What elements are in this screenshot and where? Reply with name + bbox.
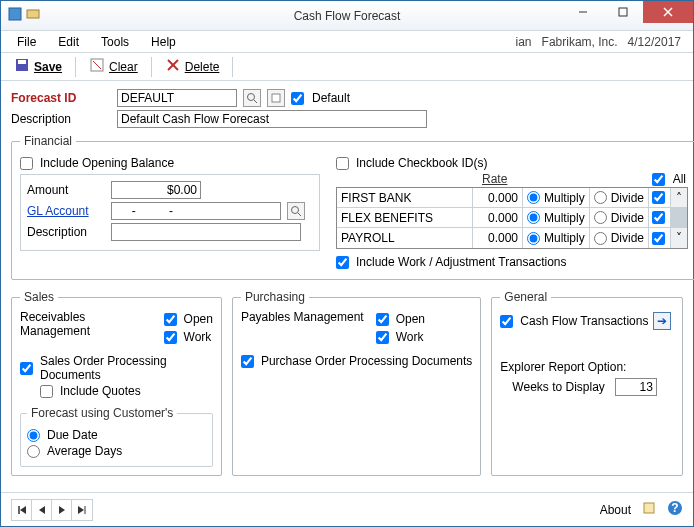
financial-legend: Financial [20,134,76,148]
pop-checkbox[interactable] [241,355,254,368]
svg-rect-0 [9,8,21,20]
include-quotes-label: Include Quotes [60,384,141,398]
divide-option[interactable]: Divide [590,208,649,227]
due-date-radio[interactable] [27,429,40,442]
forecast-using-group: Forecast using Customer's Due Date Avera… [20,406,213,467]
scroll-thumb[interactable] [671,208,687,227]
cft-expand-button[interactable]: ➔ [653,312,671,330]
record-nav [11,499,93,521]
separator [151,57,152,77]
row-include-checkbox[interactable] [652,232,665,245]
help-icon[interactable]: ? [667,500,683,519]
nav-last-button[interactable] [72,500,92,520]
svg-text:?: ? [671,501,678,515]
rate-header: Rate [470,172,520,186]
minimize-button[interactable] [563,1,603,23]
amount-input[interactable] [111,181,201,199]
lookup-button[interactable] [243,89,261,107]
rm-open-checkbox[interactable] [164,313,177,326]
menu-tools[interactable]: Tools [91,33,139,51]
statusbar: About ? [1,492,693,526]
cft-label: Cash Flow Transactions [520,314,648,328]
default-checkbox[interactable] [291,92,304,105]
close-button[interactable] [643,1,693,23]
clear-button[interactable]: Clear [80,54,147,79]
about-link[interactable]: About [600,503,631,517]
menubar: File Edit Tools Help ian Fabrikam, Inc. … [1,31,693,53]
gl-lookup-button[interactable] [287,202,305,220]
divide-option[interactable]: Divide [590,188,649,207]
all-checkbox[interactable] [652,173,665,186]
weeks-input[interactable] [615,378,657,396]
pm-open-checkbox[interactable] [376,313,389,326]
multiply-option[interactable]: Multiply [523,228,590,248]
svg-rect-23 [644,503,654,513]
all-label: All [673,172,686,186]
scroll-down-icon[interactable]: ˅ [671,228,687,248]
window: Cash Flow Forecast File Edit Tools Help … [0,0,694,527]
svg-marker-20 [59,506,65,514]
checkbook-name: FIRST BANK [337,188,473,207]
forecast-id-input[interactable] [117,89,237,107]
svg-rect-1 [27,10,39,18]
nav-first-button[interactable] [12,500,32,520]
save-button[interactable]: Save [5,54,71,79]
menu-file[interactable]: File [7,33,46,51]
svg-marker-19 [39,506,45,514]
checkbook-rate[interactable]: 0.000 [473,188,523,207]
table-row: FIRST BANK 0.000 Multiply Divide ˄ [337,188,687,208]
maximize-button[interactable] [603,1,643,23]
nav-next-button[interactable] [52,500,72,520]
include-quotes-checkbox[interactable] [40,385,53,398]
menu-edit[interactable]: Edit [48,33,89,51]
multiply-option[interactable]: Multiply [523,208,590,227]
gl-account-link[interactable]: GL Account [27,204,105,218]
description-input[interactable] [117,110,427,128]
sop-label: Sales Order Processing Documents [40,354,213,382]
gl-description-input[interactable] [111,223,301,241]
average-days-radio[interactable] [27,445,40,458]
gl-account-input[interactable] [111,202,281,220]
multiply-option[interactable]: Multiply [523,188,590,207]
nav-prev-button[interactable] [32,500,52,520]
work-adj-checkbox[interactable] [336,256,349,269]
checkbook-name: PAYROLL [337,228,473,248]
row-include-checkbox[interactable] [652,211,665,224]
titlebar: Cash Flow Forecast [1,1,693,31]
checkbook-rate[interactable]: 0.000 [473,208,523,227]
general-group: General Cash Flow Transactions ➔ Explore… [491,290,683,476]
include-checkbook-checkbox[interactable] [336,157,349,170]
note-button[interactable] [267,89,285,107]
table-row: PAYROLL 0.000 Multiply Divide ˅ [337,228,687,248]
sales-group: Sales Receivables Management Open Work S… [11,290,222,476]
opening-balance-checkbox[interactable] [20,157,33,170]
svg-point-15 [292,207,299,214]
divide-option[interactable]: Divide [590,228,649,248]
sales-legend: Sales [20,290,58,304]
svg-line-9 [93,61,101,69]
amount-label: Amount [27,183,105,197]
checkbook-rate[interactable]: 0.000 [473,228,523,248]
scroll-up-icon[interactable]: ˄ [671,188,687,207]
content: Forecast ID Default Description Financia… [1,81,693,522]
svg-marker-21 [78,506,84,514]
rm-work-checkbox[interactable] [164,331,177,344]
pm-work-checkbox[interactable] [376,331,389,344]
cft-checkbox[interactable] [500,315,513,328]
sop-checkbox[interactable] [20,362,33,375]
separator [75,57,76,77]
checkbook-table: FIRST BANK 0.000 Multiply Divide ˄ FLEX … [336,187,688,249]
default-label: Default [312,91,350,105]
weeks-label: Weeks to Display [512,380,604,394]
delete-button[interactable]: Delete [156,54,229,79]
general-legend: General [500,290,551,304]
forecast-using-legend: Forecast using Customer's [27,406,177,420]
note-icon[interactable] [641,500,657,519]
app-icon [7,6,23,25]
svg-rect-14 [272,94,280,102]
menu-help[interactable]: Help [141,33,186,51]
row-include-checkbox[interactable] [652,191,665,204]
toolbar: Save Clear Delete [1,53,693,81]
financial-group: Financial Include Opening Balance Amount… [11,134,694,280]
save-icon [14,57,30,76]
